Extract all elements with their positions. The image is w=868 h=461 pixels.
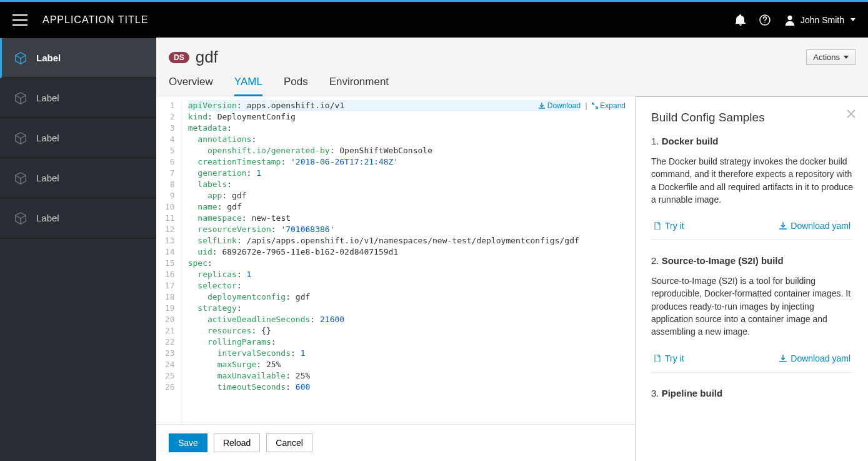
sidebar-item[interactable]: Label xyxy=(0,158,156,198)
download-link[interactable]: Download xyxy=(539,101,582,110)
reload-button[interactable]: Reload xyxy=(214,433,260,452)
save-button[interactable]: Save xyxy=(169,433,207,452)
try-it-link[interactable]: Try it xyxy=(654,353,684,363)
notifications-icon[interactable] xyxy=(736,14,746,26)
tab-pods[interactable]: Pods xyxy=(284,76,308,96)
download-yaml-link[interactable]: Download yaml xyxy=(779,221,851,231)
chevron-down-icon xyxy=(851,18,856,21)
svg-point-2 xyxy=(787,15,792,19)
sidebar-item-label: Label xyxy=(36,53,61,63)
sidebar-item-label: Label xyxy=(36,133,59,143)
editor-footer: Save Reload Cancel xyxy=(156,424,636,461)
try-it-link[interactable]: Try it xyxy=(654,221,684,231)
cancel-button[interactable]: Cancel xyxy=(266,433,312,452)
samples-title: Build Config Samples xyxy=(651,111,853,124)
tab-environment[interactable]: Environment xyxy=(329,76,389,96)
main-content: DS gdf Actions OverviewYAMLPodsEnvironme… xyxy=(156,38,868,461)
yaml-editor-pane: Download | Expand 1234567891011121314151… xyxy=(156,96,636,461)
page-title: gdf xyxy=(196,48,218,67)
page-header: DS gdf Actions OverviewYAMLPodsEnvironme… xyxy=(156,38,868,96)
sidebar: LabelLabelLabelLabelLabel xyxy=(0,38,156,461)
top-bar: APPLICATION TITLE John Smith xyxy=(0,2,868,38)
svg-point-1 xyxy=(764,22,765,23)
close-icon[interactable] xyxy=(847,109,856,120)
tabs: OverviewYAMLPodsEnvironment xyxy=(169,67,389,96)
app-title: APPLICATION TITLE xyxy=(42,14,148,26)
download-yaml-link[interactable]: Download yaml xyxy=(779,353,851,363)
sidebar-item[interactable]: Label xyxy=(0,118,156,158)
sidebar-item-label: Label xyxy=(36,173,59,183)
tab-yaml[interactable]: YAML xyxy=(234,76,262,96)
sample-desc: Source-to-Image (S2I) is a tool for buil… xyxy=(651,275,853,338)
sample-desc: The Docker build strategy invokes the do… xyxy=(651,155,853,206)
samples-panel: Build Config Samples Docker buildThe Doc… xyxy=(636,96,868,461)
sidebar-item[interactable]: Label xyxy=(0,78,156,118)
help-icon[interactable] xyxy=(759,14,771,26)
sample-item: Source-to-Image (S2I) buildSource-to-Ima… xyxy=(651,255,853,372)
sidebar-item-label: Label xyxy=(36,93,59,103)
sample-item: Docker buildThe Docker build strategy in… xyxy=(651,136,853,240)
expand-link[interactable]: Expand xyxy=(592,101,626,110)
sample-title: Source-to-Image (S2I) build xyxy=(651,255,853,266)
user-name: John Smith xyxy=(801,15,844,25)
actions-dropdown[interactable]: Actions xyxy=(806,49,856,65)
tab-overview[interactable]: Overview xyxy=(169,76,213,96)
editor-toolbar: Download | Expand xyxy=(539,101,626,110)
sidebar-item-label: Label xyxy=(36,213,59,223)
yaml-editor[interactable]: 1234567891011121314151617181920212223242… xyxy=(156,96,636,424)
resource-badge: DS xyxy=(169,52,189,63)
sample-title: Pipeline build xyxy=(651,388,853,398)
user-menu[interactable]: John Smith xyxy=(784,14,856,26)
chevron-down-icon xyxy=(844,56,849,59)
menu-toggle-icon[interactable] xyxy=(12,14,27,26)
sidebar-item[interactable]: Label xyxy=(0,38,156,78)
sidebar-item[interactable]: Label xyxy=(0,198,156,238)
sample-item: Pipeline build xyxy=(651,388,853,398)
sample-title: Docker build xyxy=(651,136,853,146)
user-icon xyxy=(784,14,796,26)
